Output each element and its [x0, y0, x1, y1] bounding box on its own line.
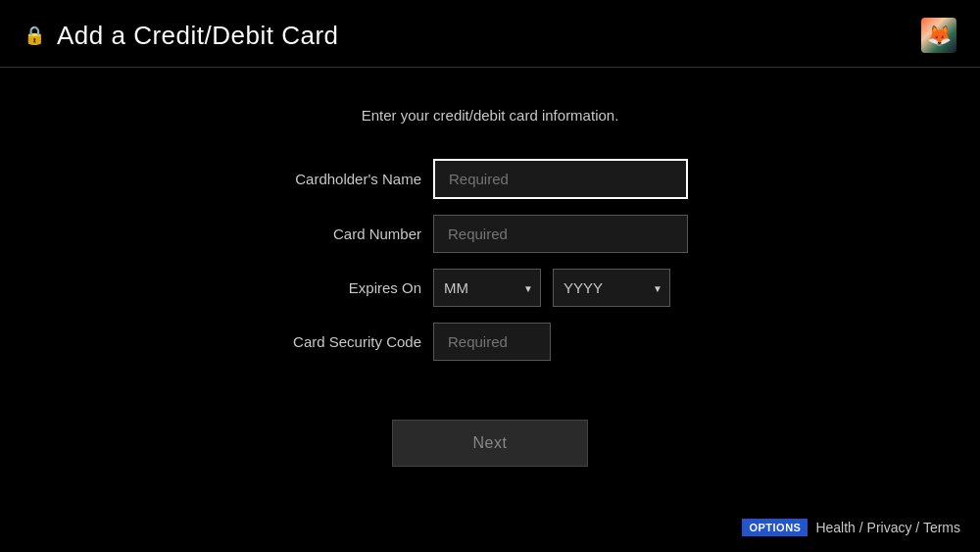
security-code-row: Card Security Code [245, 323, 735, 361]
next-button-container: Next [392, 420, 588, 467]
next-button[interactable]: Next [392, 420, 588, 467]
form-container: Cardholder's Name Card Number Expires On… [245, 159, 735, 361]
page-title: Add a Credit/Debit Card [57, 21, 339, 51]
year-select[interactable]: YYYY 2024 2025 2026 2027 2028 2029 2030 … [553, 269, 670, 307]
expires-label: Expires On [245, 279, 421, 296]
footer-links[interactable]: Health / Privacy / Terms [815, 520, 960, 535]
cardholder-label: Cardholder's Name [245, 171, 421, 187]
security-code-input[interactable] [433, 323, 551, 361]
card-number-row: Card Number [245, 215, 735, 253]
cardholder-row: Cardholder's Name [245, 159, 735, 199]
cardholder-input[interactable] [433, 159, 688, 199]
lock-icon: 🔒 [24, 25, 45, 46]
header: 🔒 Add a Credit/Debit Card 🦊 [0, 0, 980, 68]
footer: OPTIONS Health / Privacy / Terms [742, 519, 960, 536]
month-select-wrapper: MM 01 02 03 04 05 06 07 08 09 10 11 12 [433, 269, 541, 307]
form-subtitle: Enter your credit/debit card information… [362, 107, 619, 124]
avatar: 🦊 [921, 18, 956, 53]
header-left: 🔒 Add a Credit/Debit Card [24, 21, 339, 51]
options-badge[interactable]: OPTIONS [742, 519, 808, 536]
main-content: Enter your credit/debit card information… [0, 68, 980, 467]
expires-row: Expires On MM 01 02 03 04 05 06 07 08 09 [245, 269, 735, 307]
year-select-wrapper: YYYY 2024 2025 2026 2027 2028 2029 2030 … [553, 269, 670, 307]
card-number-input[interactable] [433, 215, 688, 253]
card-number-label: Card Number [245, 226, 421, 242]
month-select[interactable]: MM 01 02 03 04 05 06 07 08 09 10 11 12 [433, 269, 541, 307]
security-code-label: Card Security Code [245, 333, 421, 350]
expires-selects: MM 01 02 03 04 05 06 07 08 09 10 11 12 [433, 269, 670, 307]
